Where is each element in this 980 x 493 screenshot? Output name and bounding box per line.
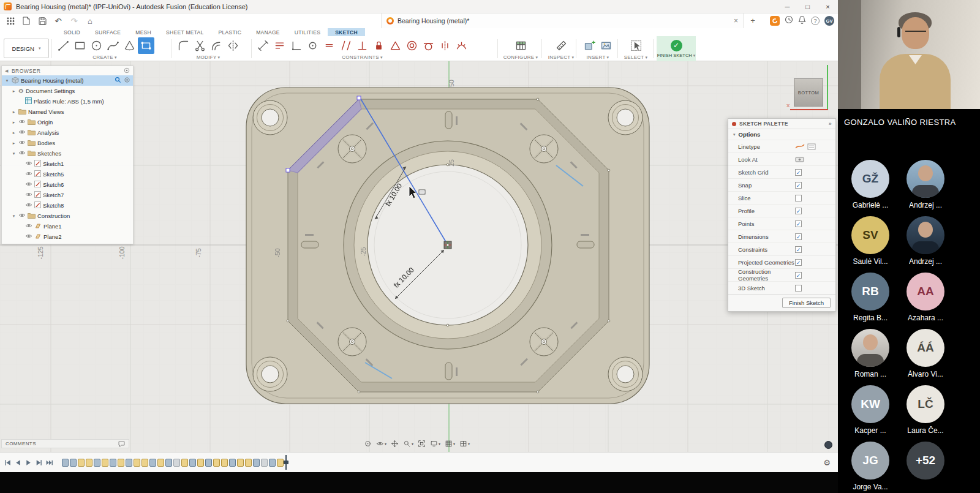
finish-sketch-palette-button[interactable]: Finish Sketch <box>782 298 831 308</box>
fit-icon[interactable] <box>418 440 426 448</box>
timeline-sketch-icon[interactable] <box>141 459 148 467</box>
two-point-rectangle-tool-icon[interactable] <box>138 37 154 54</box>
palette-option-profile[interactable]: Profile✓ <box>728 204 835 217</box>
browser-item-sketch6[interactable]: Sketch6 <box>2 179 133 190</box>
zoom-icon[interactable]: ▾ <box>403 440 413 448</box>
palette-option-snap[interactable]: Snap✓ <box>728 178 835 191</box>
history-clock-icon[interactable] <box>785 15 793 26</box>
sketch-palette-header[interactable]: SKETCH PALETTE » <box>728 119 835 129</box>
palette-option-dimensions[interactable]: Dimensions✓ <box>728 230 835 243</box>
participant-tile[interactable]: AAAzahara ... <box>898 273 953 322</box>
browser-item-document-settings[interactable]: ▸⚙Document Settings <box>2 86 133 96</box>
offset-tool-icon[interactable] <box>208 37 225 54</box>
tab-solid[interactable]: SOLID <box>56 28 88 36</box>
browser-item-plastic-rule-abs-1-5-mm[interactable]: Plastic Rule: ABS (1,5 mm) <box>2 96 133 107</box>
mirror-tool-icon[interactable] <box>225 37 241 54</box>
polygon-tool-icon[interactable] <box>121 37 138 54</box>
viewports-icon[interactable]: ▾ <box>459 440 470 448</box>
display-settings-icon[interactable]: ▾ <box>430 440 440 448</box>
file-menu-icon[interactable] <box>18 14 34 28</box>
rectangle-tool-icon[interactable] <box>72 37 88 54</box>
perpendicular-constraint-icon[interactable] <box>354 37 371 54</box>
origin-marker[interactable] <box>444 241 451 249</box>
timeline-sketch-icon[interactable] <box>221 459 228 467</box>
timeline-sketch-icon[interactable] <box>277 459 284 467</box>
spline-tool-icon[interactable] <box>105 37 121 54</box>
palette-option-3d-sketch[interactable]: 3D Sketch <box>728 281 835 294</box>
collapse-panel-icon[interactable]: ◀ <box>5 69 9 73</box>
parallel-constraint-icon[interactable] <box>337 37 354 54</box>
participant-tile[interactable]: Andrzej ... <box>898 160 953 209</box>
sketch-point-handle[interactable] <box>286 168 290 172</box>
timeline-feature-icon[interactable] <box>205 459 212 467</box>
timeline-sketch-icon[interactable] <box>181 459 188 467</box>
line-tool-icon[interactable] <box>55 37 72 54</box>
checkbox[interactable] <box>795 195 802 201</box>
comments-bar[interactable]: COMMENTS <box>1 439 129 448</box>
collapsed-arrow-icon[interactable]: ▸ <box>11 89 17 94</box>
timeline-marker[interactable] <box>285 455 290 470</box>
fillet-tool-icon[interactable] <box>175 37 192 54</box>
look-at-icon[interactable]: ▾ <box>376 440 386 448</box>
browser-item-sketch8[interactable]: Sketch8 <box>2 200 133 211</box>
modeling-canvas[interactable]: fx 10.00 fx 10.00 -125 -100 -75 <box>0 61 838 452</box>
participant-tile[interactable]: Roman ... <box>843 329 898 378</box>
trim-tool-icon[interactable] <box>192 37 208 54</box>
symmetry-constraint-icon[interactable] <box>437 37 453 54</box>
step-forward-icon[interactable] <box>35 459 43 467</box>
browser-item-origin[interactable]: ▸Origin <box>2 117 133 127</box>
participant-tile[interactable]: LČLaura Če... <box>898 385 953 435</box>
participant-tile[interactable]: SVSaulė Vil... <box>843 216 898 266</box>
timeline-sketch-icon[interactable] <box>197 459 204 467</box>
tab-manage[interactable]: MANAGE <box>249 28 287 36</box>
tab-sketch[interactable]: SKETCH <box>328 28 365 36</box>
browser-header[interactable]: ◀ BROWSER <box>2 66 133 75</box>
step-back-icon[interactable] <box>14 459 22 467</box>
create-group-label[interactable]: CREATE▾ <box>92 55 116 60</box>
project-icon[interactable] <box>288 37 304 54</box>
options-section-header[interactable]: ▾ Options <box>728 129 835 140</box>
browser-item-plane2[interactable]: Plane2 <box>2 231 133 242</box>
new-tab-button[interactable]: + <box>747 15 758 26</box>
pattern-icon[interactable] <box>271 37 288 54</box>
collapse-palette-icon[interactable]: » <box>829 121 832 127</box>
close-button[interactable]: × <box>818 0 838 13</box>
checkbox[interactable]: ✓ <box>795 208 802 214</box>
palette-option-sketch-grid[interactable]: Sketch Grid✓ <box>728 165 835 178</box>
checkbox[interactable]: ✓ <box>795 169 802 176</box>
browser-item-bodies[interactable]: ▸Bodies <box>2 138 133 148</box>
browser-item-sketches[interactable]: ▾Sketches <box>2 148 133 159</box>
sketch-dimension-icon[interactable] <box>255 37 271 54</box>
checkbox[interactable]: ✓ <box>795 259 802 266</box>
play-icon[interactable] <box>24 459 32 467</box>
tab-close-icon[interactable]: × <box>734 17 738 25</box>
browser-item-construction[interactable]: ▾Construction <box>2 211 133 221</box>
constraints-group-label[interactable]: CONSTRAINTS▾ <box>342 55 382 60</box>
browser-options-icon[interactable] <box>124 67 130 75</box>
insert-group-label[interactable]: INSERT▾ <box>587 55 609 60</box>
equal-constraint-icon[interactable] <box>321 37 337 54</box>
minimize-button[interactable]: ─ <box>777 0 797 13</box>
timeline-sketch-icon[interactable] <box>102 459 108 467</box>
view-cube-face[interactable]: BOTTOM <box>794 78 823 107</box>
participant-tile[interactable]: JGJorge Va... <box>843 442 898 491</box>
pan-icon[interactable] <box>391 440 399 448</box>
timeline-sketch-icon[interactable] <box>86 459 92 467</box>
palette-option-look-at[interactable]: Look At <box>728 152 835 165</box>
browser-item-sketch7[interactable]: Sketch7 <box>2 190 133 200</box>
insert-icon[interactable] <box>581 37 598 54</box>
timeline-sketch-icon[interactable] <box>237 459 244 467</box>
skip-to-start-icon[interactable] <box>4 459 12 467</box>
browser-item-bearing-housing-metal[interactable]: ▾Bearing Housing (metal) <box>2 75 133 86</box>
notifications-bell-icon[interactable] <box>798 15 806 26</box>
configure-table-icon[interactable] <box>513 37 529 54</box>
undo-icon[interactable]: ↶ <box>50 14 66 28</box>
polygon-constraint-icon[interactable] <box>387 37 404 54</box>
job-status-icon[interactable] <box>770 16 780 26</box>
concentric-constraint-icon[interactable] <box>404 37 420 54</box>
app-grid-icon[interactable] <box>2 14 18 28</box>
timeline-feature-icon[interactable] <box>253 459 260 467</box>
timeline-feature-icon[interactable] <box>149 459 156 467</box>
collapsed-arrow-icon[interactable]: ▸ <box>11 130 17 135</box>
finish-sketch-button[interactable]: ✓ FINISH SKETCH▾ <box>657 36 696 61</box>
